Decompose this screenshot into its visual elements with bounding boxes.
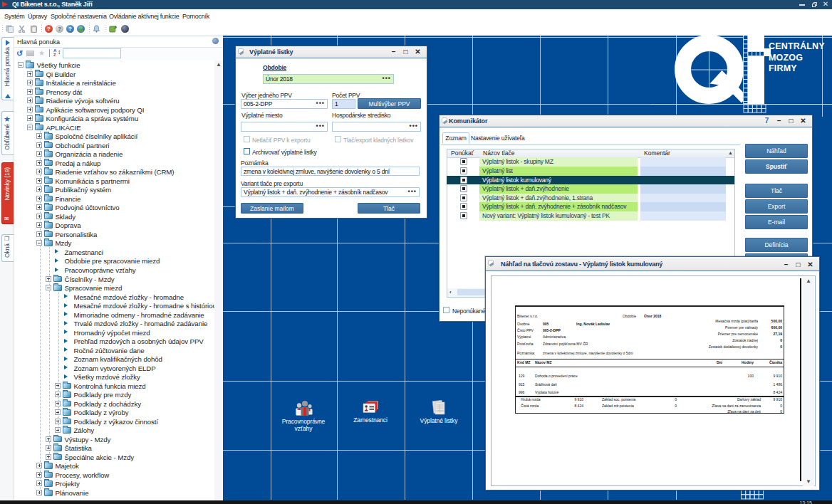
- svg-text:MOZOG: MOZOG: [769, 53, 803, 63]
- svg-text:CENTRÁLNY: CENTRÁLNY: [769, 41, 825, 51]
- svg-text:FIRMY: FIRMY: [769, 63, 797, 73]
